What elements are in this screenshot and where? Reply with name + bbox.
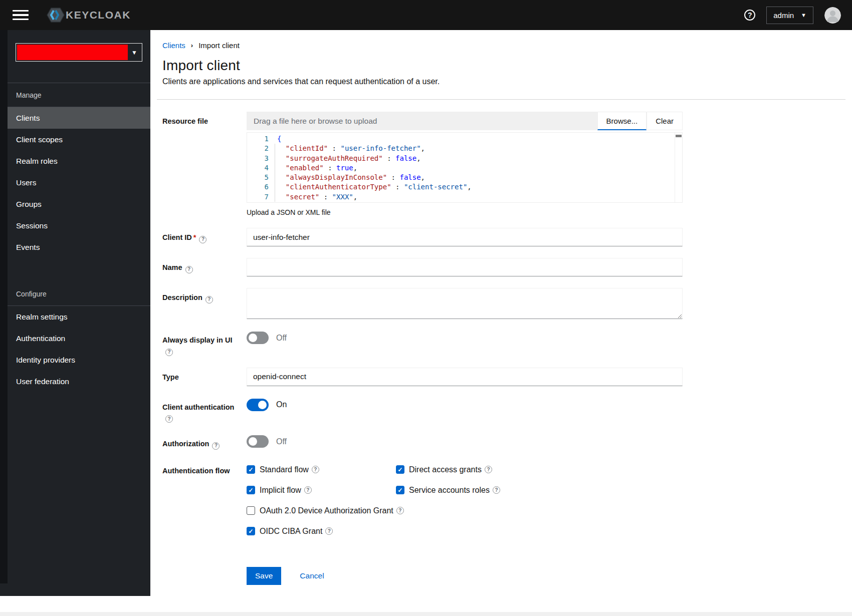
checkbox-unchecked-icon[interactable] [247, 506, 255, 515]
question-circle-icon[interactable]: ? [493, 486, 500, 494]
checkbox-service-accounts-roles[interactable]: ✓Service accounts roles? [396, 486, 683, 495]
nav-list-configure: Realm settingsAuthenticationIdentity pro… [8, 306, 150, 392]
breadcrumb-current: Import client [198, 41, 240, 50]
line-number: 7 [247, 192, 277, 202]
code-lines: 1{2 "clientId" : "user-info-fetcher",3 "… [247, 134, 682, 202]
checkbox-checked-icon[interactable]: ✓ [396, 465, 404, 474]
authentication-flow-label: Authentication flow [162, 461, 243, 476]
file-upload-dropzone[interactable]: Drag a file here or browse to upload [247, 112, 597, 130]
always-display-label: Always display in UI? [162, 331, 243, 356]
checkbox-standard-flow[interactable]: ✓Standard flow? [247, 465, 396, 474]
realm-name-redacted [17, 45, 128, 60]
authorization-toggle[interactable] [247, 435, 269, 448]
checkbox-checked-icon[interactable]: ✓ [247, 527, 255, 535]
brand-text: KEYCLOAK [66, 9, 131, 21]
code-line: 5 "alwaysDisplayInConsole" : false, [247, 173, 682, 182]
page-title: Import client [162, 58, 840, 74]
chevron-down-icon: ▼ [128, 49, 141, 56]
client-authentication-toggle[interactable] [247, 399, 269, 411]
checkbox-label: Implicit flow [260, 486, 301, 495]
checkbox-checked-icon[interactable]: ✓ [247, 465, 255, 474]
description-textarea[interactable] [247, 288, 683, 319]
question-circle-icon[interactable]: ? [396, 507, 404, 514]
sidebar: ▼ Manage ClientsClient scopesRealm roles… [0, 30, 150, 596]
sidebar-item-label: Events [16, 243, 40, 252]
checkbox-checked-icon[interactable]: ✓ [396, 486, 404, 494]
question-circle-icon[interactable]: ? [165, 349, 173, 356]
line-number: 1 [247, 134, 277, 144]
help-icon[interactable]: ? [744, 10, 755, 21]
main-content: Clients › Import client Import client Cl… [150, 30, 852, 616]
sidebar-item-events[interactable]: Events [0, 236, 150, 258]
toggle-state-label: On [276, 400, 287, 409]
save-button[interactable]: Save [247, 567, 281, 585]
masthead: KEYCLOAK ? admin ▼ [0, 0, 852, 30]
code-line: 3 "surrogateAuthRequired" : false, [247, 154, 682, 163]
name-input[interactable] [247, 258, 683, 276]
sidebar-item-sessions[interactable]: Sessions [0, 215, 150, 236]
resource-file-label: Resource file [162, 112, 243, 126]
keycloak-logo-icon [43, 6, 65, 24]
line-number: 4 [247, 163, 277, 173]
checkbox-oidc-ciba-grant[interactable]: ✓OIDC CIBA Grant? [247, 527, 396, 536]
user-menu-dropdown[interactable]: admin ▼ [766, 7, 813, 24]
sidebar-item-identity-providers[interactable]: Identity providers [0, 349, 150, 371]
checkbox-label: OIDC CIBA Grant [260, 527, 322, 536]
checkbox-implicit-flow[interactable]: ✓Implicit flow? [247, 486, 396, 495]
sidebar-item-authentication[interactable]: Authentication [0, 328, 150, 349]
checkbox-checked-icon[interactable]: ✓ [247, 486, 255, 494]
sidebar-item-users[interactable]: Users [0, 172, 150, 193]
checkbox-label: OAuth 2.0 Device Authorization Grant [260, 506, 393, 515]
code-line: 6 "clientAuthenticatorType" : "client-se… [247, 182, 682, 192]
client-authentication-label: Client authentication ? [162, 398, 243, 423]
checkbox-label: Standard flow [260, 465, 309, 474]
editor-scrollbar[interactable] [675, 133, 682, 202]
toggle-state-label: Off [276, 437, 287, 446]
chevron-right-icon: › [191, 42, 193, 49]
question-circle-icon[interactable]: ? [212, 442, 220, 450]
question-circle-icon[interactable]: ? [312, 466, 319, 473]
question-circle-icon[interactable]: ? [304, 486, 312, 494]
question-circle-icon[interactable]: ? [199, 236, 206, 243]
type-input[interactable] [247, 368, 683, 386]
sidebar-item-realm-roles[interactable]: Realm roles [0, 150, 150, 172]
upload-helper-text: Upload a JSON or XML file [247, 208, 683, 216]
sidebar-item-clients[interactable]: Clients [0, 107, 150, 129]
browse-button[interactable]: Browse... [597, 112, 647, 130]
code-line: 4 "enabled" : true, [247, 163, 682, 173]
sidebar-item-label: Authentication [16, 334, 65, 343]
question-circle-icon[interactable]: ? [485, 466, 492, 473]
question-circle-icon[interactable]: ? [185, 266, 193, 273]
line-number: 6 [247, 182, 277, 192]
line-number: 5 [247, 173, 277, 182]
sidebar-item-label: Identity providers [16, 356, 75, 365]
checkbox-direct-access-grants[interactable]: ✓Direct access grants? [396, 465, 683, 474]
realm-selector[interactable]: ▼ [16, 43, 142, 62]
question-circle-icon[interactable]: ? [165, 415, 173, 423]
editor-scrollbar-thumb[interactable] [676, 135, 682, 137]
code-line: 1{ [247, 134, 682, 144]
page-bottom-strip [0, 612, 852, 616]
breadcrumb-clients-link[interactable]: Clients [162, 41, 185, 50]
client-id-label: Client ID*? [162, 228, 243, 243]
client-id-input[interactable] [247, 228, 683, 246]
always-display-toggle[interactable] [247, 332, 269, 344]
sidebar-item-user-federation[interactable]: User federation [0, 371, 150, 392]
sidebar-item-groups[interactable]: Groups [0, 193, 150, 215]
clear-button[interactable]: Clear [647, 112, 683, 130]
cancel-button[interactable]: Cancel [297, 571, 327, 581]
sidebar-item-client-scopes[interactable]: Client scopes [0, 129, 150, 150]
hamburger-menu-icon[interactable] [13, 9, 29, 22]
avatar[interactable] [824, 7, 841, 24]
question-circle-icon[interactable]: ? [325, 527, 333, 535]
description-label: Description? [162, 288, 243, 303]
checkbox-oauth-2-0-device-authorization-grant[interactable]: OAuth 2.0 Device Authorization Grant? [247, 506, 683, 515]
sidebar-item-realm-settings[interactable]: Realm settings [0, 306, 150, 328]
checkbox-label: Service accounts roles [409, 486, 490, 495]
resource-file-code-editor[interactable]: 1{2 "clientId" : "user-info-fetcher",3 "… [247, 132, 683, 203]
sidebar-item-label: Realm settings [16, 313, 68, 322]
question-circle-icon[interactable]: ? [205, 296, 213, 303]
checkbox-label: Direct access grants [409, 465, 482, 474]
keycloak-logo: KEYCLOAK [43, 6, 131, 24]
nav-section-title-manage: Manage [8, 83, 150, 107]
